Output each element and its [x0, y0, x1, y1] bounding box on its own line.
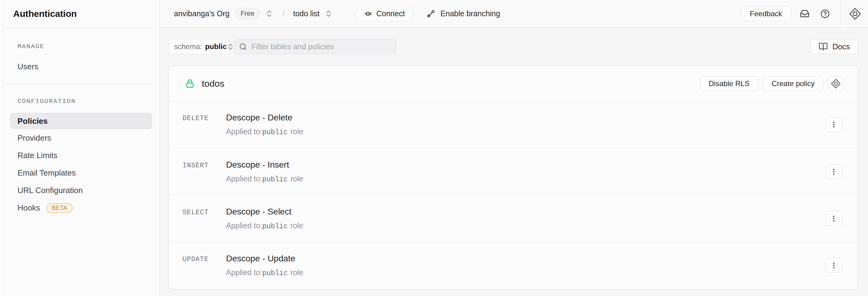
policy-name: Descope - Update	[226, 254, 858, 264]
policy-row-content: Descope - Insert Applied to:publicrole	[226, 160, 858, 185]
sidebar-item-hooks[interactable]: Hooks BETA	[3, 199, 159, 217]
policy-row-insert: INSERT Descope - Insert Applied to:publi…	[169, 148, 858, 195]
docs-label: Docs	[832, 42, 850, 51]
policy-applied-to: Applied to:publicrole	[226, 221, 858, 231]
applied-label: Applied to:	[226, 127, 262, 136]
project-switcher-chevrons-icon[interactable]	[324, 9, 333, 18]
sidebar-item-label: Email Templates	[18, 168, 76, 178]
schema-value: public	[205, 42, 227, 51]
schema-chevrons-icon	[227, 43, 234, 51]
help-icon[interactable]	[820, 9, 830, 19]
applied-label: Applied to:	[226, 221, 262, 230]
create-policy-button[interactable]: Create policy	[763, 76, 823, 91]
enable-branching-button[interactable]: Enable branching	[427, 9, 500, 18]
top-navigation: anvibanga's Org Free / todo list Connect…	[160, 0, 868, 28]
policy-row-update: UPDATE Descope - Update Applied to:publi…	[169, 242, 858, 289]
sidebar-item-rate-limits[interactable]: Rate Limits	[3, 147, 159, 164]
applied-label: Applied to:	[226, 268, 262, 277]
ai-assistant-button[interactable]	[828, 76, 843, 91]
sidebar-item-url-configuration[interactable]: URL Configuration	[3, 182, 159, 199]
table-card-header: todos Disable RLS Create policy	[169, 66, 858, 101]
schema-label: schema:	[174, 42, 202, 51]
policy-name: Descope - Delete	[226, 112, 858, 123]
search-icon	[239, 42, 247, 51]
filter-search-box[interactable]	[234, 39, 396, 54]
policy-applied-to: Applied to:publicrole	[226, 127, 858, 137]
policy-menu-button[interactable]	[825, 164, 842, 179]
policy-menu-button[interactable]	[825, 258, 842, 273]
role-suffix: role	[290, 174, 303, 183]
section-label-manage: MANAGE	[3, 43, 159, 50]
sidebar-item-label: Policies	[18, 117, 48, 126]
policy-menu-button[interactable]	[825, 211, 842, 226]
role-suffix: role	[290, 268, 303, 277]
kebab-menu-icon	[830, 121, 838, 129]
topnav-right: Feedback	[741, 0, 868, 27]
connect-button[interactable]: Connect	[355, 6, 413, 22]
policy-role: public	[262, 175, 288, 184]
policy-row-delete: DELETE Descope - Delete Applied to:publi…	[169, 101, 858, 148]
kebab-menu-icon	[830, 215, 838, 223]
role-suffix: role	[290, 127, 303, 136]
topnav-divider	[841, 0, 841, 27]
kebab-menu-icon	[830, 168, 838, 176]
sidebar-item-label: Hooks	[18, 203, 40, 212]
disable-rls-button[interactable]: Disable RLS	[700, 76, 758, 91]
enable-branching-label: Enable branching	[440, 9, 500, 18]
sidebar-item-email-templates[interactable]: Email Templates	[3, 164, 159, 182]
project-breadcrumb[interactable]: todo list	[293, 9, 319, 18]
plug-icon	[364, 9, 372, 18]
beta-badge: BETA	[46, 203, 73, 213]
connect-label: Connect	[376, 9, 405, 18]
breadcrumb-separator: /	[282, 9, 285, 19]
policy-applied-to: Applied to:publicrole	[226, 174, 858, 185]
policies-toolbar: schema: public Docs	[168, 39, 858, 54]
table-card-actions: Disable RLS Create policy	[700, 76, 843, 91]
sidebar-item-policies[interactable]: Policies	[10, 113, 152, 129]
policy-row-content: Descope - Select Applied to:publicrole	[226, 206, 858, 231]
section-label-configuration: CONFIGURATION	[3, 98, 159, 105]
sidebar-item-users[interactable]: Users	[3, 58, 159, 75]
feedback-button[interactable]: Feedback	[741, 6, 791, 21]
book-icon	[818, 42, 828, 51]
table-policies-card: todos Disable RLS Create policy DELETE D…	[168, 66, 858, 290]
policy-command: INSERT	[183, 162, 209, 169]
policy-applied-to: Applied to:publicrole	[226, 267, 858, 278]
org-plan-badge[interactable]: Free	[235, 8, 260, 19]
sidebar-item-label: URL Configuration	[18, 186, 83, 195]
account-diamond-icon[interactable]	[848, 7, 862, 21]
policy-name: Descope - Select	[226, 206, 858, 217]
sidebar-item-providers[interactable]: Providers	[3, 129, 159, 147]
sidebar-section-manage: MANAGE Users	[3, 28, 159, 84]
org-switcher-chevrons-icon[interactable]	[265, 9, 273, 18]
window-edge	[0, 0, 2, 296]
filter-input[interactable]	[251, 42, 391, 51]
kebab-menu-icon	[830, 261, 838, 270]
org-breadcrumb[interactable]: anvibanga's Org	[174, 9, 229, 18]
inbox-icon[interactable]	[800, 9, 809, 19]
sidebar-item-label: Users	[18, 62, 38, 71]
role-suffix: role	[290, 221, 303, 230]
sidebar-section-configuration: CONFIGURATION Policies Providers Rate Li…	[3, 84, 159, 217]
assistant-diamond-icon	[830, 78, 841, 89]
policy-row-content: Descope - Update Applied to:publicrole	[226, 254, 858, 278]
policy-name: Descope - Insert	[226, 160, 858, 170]
policy-role: public	[262, 128, 288, 136]
rls-lock-icon	[185, 78, 195, 89]
main-area: anvibanga's Org Free / todo list Connect…	[160, 0, 868, 296]
schema-selector[interactable]: schema: public	[168, 39, 229, 54]
applied-label: Applied to:	[226, 174, 262, 183]
policy-row-select: SELECT Descope - Select Applied to:publi…	[169, 195, 858, 242]
policy-command: SELECT	[183, 209, 209, 216]
auth-sidebar: Authentication MANAGE Users CONFIGURATIO…	[3, 0, 160, 296]
policy-row-content: Descope - Delete Applied to:publicrole	[226, 112, 858, 137]
policy-role: public	[262, 223, 288, 230]
sidebar-item-label: Providers	[18, 133, 51, 143]
policy-command: UPDATE	[183, 256, 209, 263]
docs-button[interactable]: Docs	[811, 39, 858, 54]
policy-menu-button[interactable]	[825, 118, 842, 132]
policy-role: public	[262, 269, 288, 277]
git-branch-icon	[427, 9, 435, 18]
table-name: todos	[202, 78, 224, 89]
sidebar-header: Authentication	[3, 0, 159, 28]
